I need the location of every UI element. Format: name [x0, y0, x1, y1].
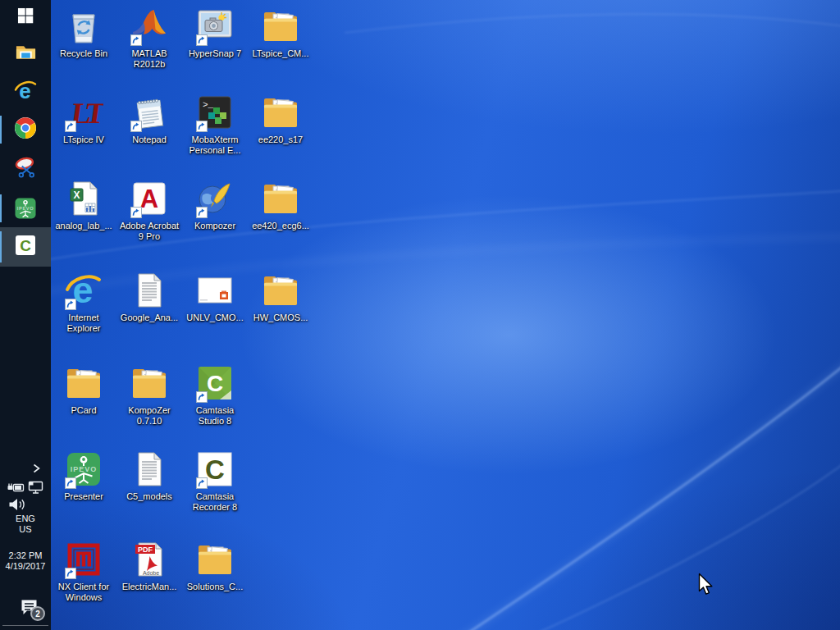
folder-icon — [130, 363, 169, 403]
pdf-doc-icon: PDFAdobe — [130, 540, 169, 579]
show-desktop-divider[interactable] — [2, 625, 48, 626]
svg-text:C: C — [205, 454, 225, 485]
desktop-icon-kompozer-10[interactable]: Kompozer — [182, 179, 248, 231]
desktop-icon-label: LTspice IV — [51, 135, 116, 145]
desktop-icon-ltspice-4[interactable]: LT LTspice IV — [51, 93, 116, 145]
taskbar-button-file-explorer[interactable] — [0, 38, 51, 69]
desktop-icon-camtasia-recorder-21[interactable]: C Camtasia Recorder 8 — [182, 450, 248, 513]
camtasia-studio-icon: C — [195, 363, 235, 403]
folder-icon — [261, 179, 300, 218]
volume-icon[interactable] — [7, 497, 26, 515]
shortcut-arrow-icon — [196, 391, 208, 403]
desktop-icon-notepad-5[interactable]: Notepad — [116, 93, 182, 145]
power-status-icon[interactable] — [6, 481, 25, 498]
desktop-icon-matlab-1[interactable]: MATLAB R2012b — [116, 7, 182, 70]
language-line2: US — [0, 524, 51, 535]
shortcut-arrow-icon — [130, 121, 142, 132]
svg-text:Adobe: Adobe — [143, 570, 159, 576]
desktop-icon-folder-16[interactable]: PCard — [51, 363, 116, 416]
desktop-icon-pdf-doc-23[interactable]: PDFAdobe ElectricMan... — [116, 540, 182, 592]
desktop-icon-label: Camtasia Studio 8 — [182, 405, 248, 427]
shortcut-arrow-icon — [65, 568, 76, 579]
desktop-icon-label: KompoZer 0.7.10 — [116, 405, 182, 427]
desktop-icon-unlv-doc-14[interactable]: UNLV_CMO... — [182, 271, 248, 323]
notification-badge[interactable]: 2 — [30, 606, 45, 621]
shortcut-arrow-icon — [196, 34, 208, 46]
desktop-icon-label: Adobe Acrobat 9 Pro — [116, 221, 182, 242]
shortcut-arrow-icon — [130, 34, 142, 46]
svg-text:A: A — [140, 185, 158, 213]
start-icon — [16, 7, 34, 28]
desktop-icon-label: Presenter — [51, 491, 116, 502]
svg-text:IPEVO: IPEVO — [71, 465, 98, 473]
svg-text:PDF: PDF — [138, 546, 153, 554]
taskbar-button-internet-explorer[interactable]: e — [0, 75, 51, 108]
desktop-icon-label: LTspice_CM... — [248, 48, 313, 59]
desktop-icon-doc-13[interactable]: Google_Ana... — [116, 271, 182, 323]
desktop-icon-label: Kompozer — [182, 221, 248, 231]
ipevo-presenter-icon: IPEVO — [64, 450, 103, 489]
desktop-icon-ipevo-presenter-19[interactable]: IPEVO Presenter — [51, 450, 116, 502]
svg-text:>_: >_ — [203, 100, 214, 110]
clock-date: 4/19/2017 — [0, 561, 51, 572]
folder-icon — [64, 363, 103, 403]
svg-text:IPEVO: IPEVO — [17, 206, 34, 211]
desktop-icon-nx-client-22[interactable]: NX Client for Windows — [51, 540, 116, 603]
desktop-icon-doc-20[interactable]: C5_models — [116, 450, 182, 502]
clock[interactable]: 2:32 PM 4/19/2017 — [0, 550, 51, 572]
unlv-doc-icon — [195, 271, 235, 310]
desktop-icon-label: Google_Ana... — [116, 313, 182, 323]
desktop-icon-hypersnap-2[interactable]: HyperSnap 7 — [182, 7, 248, 59]
recycle-bin-icon — [64, 7, 103, 46]
hypersnap-icon — [195, 7, 235, 46]
desktop-icon-internet-explorer-12[interactable]: e Internet Explorer — [51, 271, 116, 334]
kompozer-icon — [195, 179, 235, 218]
network-status-icon[interactable] — [27, 480, 44, 498]
desktop-icon-folder-17[interactable]: KompoZer 0.7.10 — [116, 363, 182, 427]
desktop-icon-camtasia-studio-18[interactable]: C Camtasia Studio 8 — [182, 363, 248, 427]
camtasia-recorder-icon: C — [195, 450, 235, 489]
desktop-icon-label: C5_models — [116, 491, 182, 502]
ltspice-icon: LT — [64, 93, 103, 132]
taskbar-button-snipping-tool[interactable] — [0, 151, 51, 187]
desktop-icon-folder-11[interactable]: ee420_ecg6... — [248, 179, 313, 231]
internet-explorer-icon: e — [64, 271, 103, 310]
desktop-icon-label: MATLAB R2012b — [116, 48, 182, 70]
clock-time: 2:32 PM — [0, 550, 51, 561]
taskbar-button-ipevo-presenter[interactable]: IPEVO — [0, 190, 51, 226]
desktop-icon-label: HW_CMOS... — [248, 313, 313, 323]
ipevo-presenter-icon: IPEVO — [13, 196, 38, 221]
desktop-icon-excel-doc-8[interactable]: X analog_lab_... — [51, 179, 116, 231]
desktop-icon-folder-24[interactable]: Solutions_C... — [182, 540, 248, 592]
svg-text:X: X — [73, 189, 80, 201]
desktop-icon-label: Notepad — [116, 135, 182, 145]
desktop-icon-label: MobaXterm Personal E... — [182, 135, 248, 156]
desktop-icon-acrobat-9[interactable]: A Adobe Acrobat 9 Pro — [116, 179, 182, 242]
desktop-icon-recycle-bin-0[interactable]: Recycle Bin — [51, 7, 116, 59]
desktop-icon-label: ee420_ecg6... — [248, 221, 313, 231]
shortcut-arrow-icon — [65, 299, 76, 310]
desktop-icon-label: Solutions_C... — [182, 582, 248, 592]
shortcut-arrow-icon — [130, 207, 142, 218]
desktop-icon-folder-3[interactable]: LTspice_CM... — [248, 7, 313, 59]
shortcut-arrow-icon — [196, 207, 208, 218]
desktop-icon-folder-15[interactable]: HW_CMOS... — [248, 271, 313, 323]
windows-desktop: Recycle Bin MATLAB R2012b HyperSnap 7 LT… — [0, 0, 840, 630]
chrome-icon — [14, 116, 37, 143]
tray-overflow-chevron-icon[interactable] — [30, 462, 43, 478]
folder-icon — [261, 7, 300, 46]
taskbar-button-camtasia[interactable]: C — [0, 227, 51, 267]
nx-client-icon — [64, 540, 103, 579]
desktop-icon-folder-7[interactable]: ee220_s17 — [248, 93, 313, 145]
desktop-icons-grid: Recycle Bin MATLAB R2012b HyperSnap 7 LT… — [0, 0, 840, 630]
taskbar-button-start[interactable] — [0, 2, 51, 33]
desktop-icon-mobaxterm-6[interactable]: >_ MobaXterm Personal E... — [182, 93, 248, 156]
desktop-icon-label: Camtasia Recorder 8 — [182, 491, 248, 513]
file-explorer-icon — [15, 41, 37, 66]
shortcut-arrow-icon — [196, 477, 208, 489]
taskbar-button-chrome[interactable] — [0, 112, 51, 148]
language-indicator[interactable]: ENG US — [0, 514, 51, 535]
folder-icon — [261, 93, 300, 132]
desktop-icon-label: analog_lab_... — [51, 221, 116, 231]
excel-doc-icon: X — [64, 179, 103, 218]
